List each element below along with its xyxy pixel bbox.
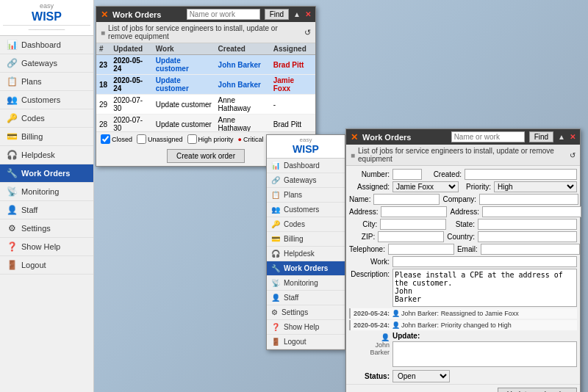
high-checkbox[interactable] bbox=[187, 134, 197, 144]
bullet-icon-2: ■ bbox=[351, 151, 355, 159]
row-created: John Barker bbox=[215, 55, 270, 75]
history-user-1: John Barker bbox=[401, 310, 437, 317]
update-user-name: JohnBarker bbox=[349, 341, 390, 356]
refresh-icon[interactable]: ↺ bbox=[304, 28, 311, 37]
sidebar-item-workorders[interactable]: 🔧 Work Orders bbox=[0, 164, 93, 183]
sidebar2-item-dashboard[interactable]: 📊 Dashboard bbox=[267, 159, 345, 173]
telephone-input[interactable]: 667-223-4455 bbox=[388, 244, 454, 255]
history-text-1: Reassigned to Jamie Foxx bbox=[441, 310, 519, 317]
table-row[interactable]: 29 2020-07-30 Update customer Anne Hatha… bbox=[96, 95, 315, 115]
sidebar2-item-settings[interactable]: ⚙ Settings bbox=[267, 305, 345, 320]
city-input[interactable]: West Hollywood bbox=[380, 219, 446, 230]
company-label: Company: bbox=[442, 195, 476, 203]
sidebar2-item-logout[interactable]: 🚪 Logout bbox=[267, 335, 345, 349]
sidebar-item-plans[interactable]: 📋 Plans bbox=[0, 73, 93, 91]
sidebar2-item-customers[interactable]: 👥 Customers bbox=[267, 203, 345, 217]
monitoring-icon: 📡 bbox=[6, 186, 18, 197]
sidebar-label: Billing bbox=[21, 132, 43, 141]
table-row[interactable]: 28 2020-07-30 Update customer Anne Hatha… bbox=[96, 115, 315, 132]
sidebar2-item-helpdesk[interactable]: 🎧 Helpdesk bbox=[267, 247, 345, 261]
create-work-order-button[interactable]: Create work order bbox=[167, 149, 245, 163]
number-input[interactable]: 18 bbox=[392, 169, 422, 180]
update-work-order-button[interactable]: Update work order bbox=[498, 388, 577, 392]
row-num: 18 bbox=[96, 75, 110, 95]
sidebar2-item-staff[interactable]: 👤 Staff bbox=[267, 291, 345, 305]
sidebar-label: Gateways bbox=[21, 59, 57, 68]
sidebar2-item-billing[interactable]: 💳 Billing bbox=[267, 232, 345, 247]
sidebar2-item-gateways[interactable]: 🔗 Gateways bbox=[267, 173, 345, 188]
sidebar-item-codes[interactable]: 🔑 Codes bbox=[0, 109, 93, 128]
priority-select[interactable]: High Medium Low bbox=[494, 181, 577, 192]
row-assigned: Brad Pitt bbox=[270, 55, 315, 75]
close-icon-2[interactable]: ✕ bbox=[570, 133, 576, 141]
status-critical: ● Critical bbox=[238, 136, 264, 143]
sidebar-panel-1: easy WISP ────────── 📊 Dashboard 🔗 Gatew… bbox=[0, 0, 94, 392]
workorders-icon: 🔧 bbox=[6, 168, 18, 178]
showhelp2-icon: ❓ bbox=[271, 323, 280, 331]
company-input[interactable] bbox=[479, 194, 578, 205]
sidebar-item-logout[interactable]: 🚪 Logout bbox=[0, 256, 93, 275]
customers2-icon: 👥 bbox=[271, 206, 280, 214]
sidebar2-item-workorders[interactable]: 🔧 Work Orders bbox=[267, 261, 345, 276]
email-input[interactable]: johnesq+Tatum@gmail.com bbox=[481, 244, 580, 255]
sidebar-logo-1: easy WISP ────────── bbox=[0, 0, 93, 36]
closed-checkbox[interactable] bbox=[101, 134, 110, 144]
workorders2-icon: 🔧 bbox=[271, 264, 280, 272]
name-input[interactable]: Channing Tatum bbox=[373, 194, 440, 205]
codes2-icon: 🔑 bbox=[271, 220, 280, 228]
find-button-2[interactable]: Find bbox=[529, 131, 553, 142]
sidebar-item-gateways[interactable]: 🔗 Gateways bbox=[0, 54, 93, 73]
maximize-icon-2[interactable]: ▲ bbox=[558, 133, 565, 141]
sidebar-label: Staff bbox=[21, 206, 37, 214]
col-assigned: Assigned bbox=[270, 43, 315, 55]
sidebar-item-staff[interactable]: 👤 Staff bbox=[0, 201, 93, 219]
table-row[interactable]: 23 2020-05-24 Update customer John Barke… bbox=[96, 55, 315, 75]
state-input[interactable]: CA bbox=[478, 219, 577, 230]
row-created: Anne Hathaway bbox=[215, 115, 270, 132]
sidebar2-item-monitoring[interactable]: 📡 Monitoring bbox=[267, 276, 345, 291]
workorders2-title-icon: ✕ bbox=[351, 132, 358, 142]
sidebar-label: Settings bbox=[21, 224, 51, 233]
country-input[interactable]: USA bbox=[478, 231, 577, 242]
created-input[interactable]: 2020-05-11 bbox=[465, 169, 577, 180]
sidebar-item-helpdesk[interactable]: 🎧 Helpdesk bbox=[0, 146, 93, 164]
refresh-icon-2[interactable]: ↺ bbox=[570, 151, 576, 159]
status-select[interactable]: Open Closed In Progress bbox=[392, 370, 450, 382]
row-updated: 2020-05-24 bbox=[110, 55, 153, 75]
assigned-select[interactable]: Jamie Foxx bbox=[392, 181, 459, 192]
work-input[interactable]: Update customer bbox=[392, 256, 577, 267]
dashboard-icon: 📊 bbox=[6, 40, 18, 50]
sidebar2-item-showhelp[interactable]: ❓ Show Help bbox=[267, 320, 345, 335]
sidebar-item-settings[interactable]: ⚙ Settings bbox=[0, 219, 93, 238]
sidebar-item-showhelp[interactable]: ❓ Show Help bbox=[0, 238, 93, 256]
sidebar-label: Monitoring bbox=[21, 187, 59, 196]
find-button-1[interactable]: Find bbox=[265, 9, 289, 20]
row-num: 23 bbox=[96, 55, 110, 75]
close-icon[interactable]: ✕ bbox=[305, 10, 311, 18]
helpdesk2-icon: 🎧 bbox=[271, 250, 280, 258]
search-input-2[interactable] bbox=[451, 131, 525, 142]
settings2-icon: ⚙ bbox=[271, 308, 278, 316]
sidebar-item-dashboard[interactable]: 📊 Dashboard bbox=[0, 36, 93, 54]
window-1-subtitle: ■ List of jobs for service engineers to … bbox=[96, 22, 315, 43]
search-input-1[interactable] bbox=[187, 9, 260, 20]
row-work: Update customer bbox=[153, 95, 215, 115]
update-textarea[interactable] bbox=[392, 341, 577, 367]
address1-input[interactable]: Scenic Avenue 2716 bbox=[381, 206, 447, 217]
description-textarea[interactable]: Please install a CPE at the address of t… bbox=[392, 269, 577, 307]
sidebar2-item-codes[interactable]: 🔑 Codes bbox=[267, 217, 345, 232]
maximize-icon[interactable]: ▲ bbox=[293, 10, 301, 18]
sidebar-label: Dashboard bbox=[21, 40, 61, 49]
sidebar-item-customers[interactable]: 👥 Customers bbox=[0, 91, 93, 109]
status-closed: Closed bbox=[101, 134, 132, 144]
address1-label: Address: bbox=[349, 208, 378, 216]
critical-dot: ● bbox=[238, 136, 242, 143]
zip-input[interactable]: USA bbox=[378, 231, 444, 242]
sidebar-item-monitoring[interactable]: 📡 Monitoring bbox=[0, 183, 93, 201]
table-row[interactable]: 18 2020-05-24 Update customer John Barke… bbox=[96, 75, 315, 95]
history-icon-1: 👤 bbox=[392, 310, 402, 317]
sidebar2-item-plans[interactable]: 📋 Plans bbox=[267, 188, 345, 203]
unassigned-checkbox[interactable] bbox=[137, 134, 146, 144]
sidebar-item-billing[interactable]: 💳 Billing bbox=[0, 128, 93, 146]
address2-input[interactable] bbox=[482, 206, 581, 217]
